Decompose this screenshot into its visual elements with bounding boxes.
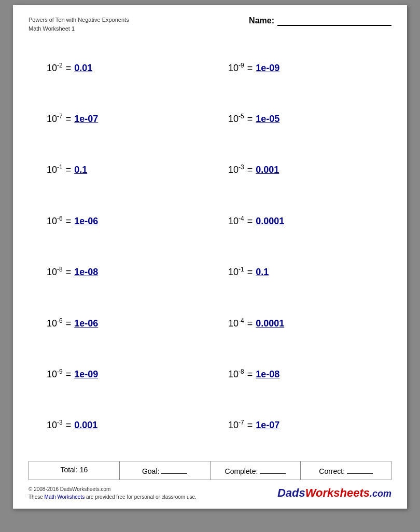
exponent: -1 xyxy=(57,163,63,171)
header-right: Name: xyxy=(249,16,391,26)
equals: = xyxy=(247,216,253,227)
problem-3-0: 10-6 = 1e-06 xyxy=(47,215,192,227)
problems-area: 10-2 = 0.01 10-9 = 1e-09 10-7 = 1e-07 10… xyxy=(29,37,391,456)
base: 10-7 xyxy=(228,419,244,431)
problem-row: 10-1 = 0.1 10-3 = 0.001 xyxy=(29,160,391,179)
copyright-pre: These xyxy=(29,494,45,500)
problem-2-0: 10-1 = 0.1 xyxy=(47,163,192,175)
answer: 1e-09 xyxy=(256,63,287,74)
answer: 1e-06 xyxy=(74,216,105,227)
exponent: -5 xyxy=(239,113,244,120)
footer-bar: Total: 16 Goal: Complete: Correct: xyxy=(29,461,391,480)
problem-2-1: 10-3 = 0.001 xyxy=(228,163,373,175)
exponent: -7 xyxy=(57,113,63,120)
equals: = xyxy=(247,114,253,125)
answer: 0.001 xyxy=(256,165,287,175)
equals: = xyxy=(66,318,72,329)
base: 10-3 xyxy=(228,163,244,175)
answer: 0.001 xyxy=(74,420,105,431)
base: 10-1 xyxy=(47,163,63,175)
problem-4-0: 10-8 = 1e-08 xyxy=(47,266,192,278)
logo-worksheets: Worksheets xyxy=(305,486,370,499)
complete-label: Complete: xyxy=(225,467,258,475)
problem-5-0: 10-6 = 1e-06 xyxy=(47,317,192,329)
problem-0-1: 10-9 = 1e-09 xyxy=(228,62,373,74)
copyright-area: © 2008-2016 DadsWorksheets.com These Mat… xyxy=(29,485,391,501)
base: 10-8 xyxy=(47,266,63,278)
exponent: -6 xyxy=(57,215,63,222)
goal-label: Goal: xyxy=(142,467,159,475)
base: 10-9 xyxy=(228,62,244,74)
equals: = xyxy=(66,165,72,175)
name-line[interactable] xyxy=(277,16,391,26)
exponent: -1 xyxy=(239,266,244,273)
base: 10-8 xyxy=(228,368,244,380)
correct-line[interactable] xyxy=(347,466,373,474)
answer: 0.0001 xyxy=(256,318,287,329)
base: 10-7 xyxy=(47,113,63,125)
problem-4-1: 10-1 = 0.1 xyxy=(228,266,373,278)
answer: 1e-09 xyxy=(74,369,105,380)
problem-row: 10-2 = 0.01 10-9 = 1e-09 xyxy=(29,59,391,77)
correct-label: Correct: xyxy=(319,467,345,475)
logo: DadsWorksheets.com xyxy=(277,486,391,500)
header: Powers of Ten with Negative Exponents Ma… xyxy=(29,16,391,33)
logo-dads: Dads xyxy=(277,486,305,499)
exponent: -2 xyxy=(57,62,63,69)
exponent: -8 xyxy=(57,266,63,273)
exponent: -6 xyxy=(57,317,63,324)
copyright-text: © 2008-2016 DadsWorksheets.com These Mat… xyxy=(29,485,197,501)
problem-row: 10-6 = 1e-06 10-4 = 0.0001 xyxy=(29,314,391,332)
problem-7-0: 10-3 = 0.001 xyxy=(47,419,192,431)
logo-com: .com xyxy=(370,488,391,499)
answer: 1e-08 xyxy=(256,369,287,380)
base: 10-6 xyxy=(47,317,63,329)
complete-line[interactable] xyxy=(260,466,286,474)
answer: 1e-08 xyxy=(74,267,105,278)
base: 10-6 xyxy=(47,215,63,227)
equals: = xyxy=(247,420,253,431)
goal-cell: Goal: xyxy=(120,461,211,480)
problem-row: 10-6 = 1e-06 10-4 = 0.0001 xyxy=(29,212,391,230)
header-left: Powers of Ten with Negative Exponents Ma… xyxy=(29,16,129,33)
exponent: -8 xyxy=(239,368,244,375)
equals: = xyxy=(66,267,72,278)
equals: = xyxy=(66,63,72,74)
copyright-post: are provided free for personal or classr… xyxy=(85,494,197,500)
base: 10-3 xyxy=(47,419,63,431)
complete-cell: Complete: xyxy=(211,461,301,480)
problem-row: 10-8 = 1e-08 10-1 = 0.1 xyxy=(29,263,391,281)
base: 10-4 xyxy=(228,317,244,329)
equals: = xyxy=(247,63,253,74)
answer: 1e-05 xyxy=(256,114,287,125)
exponent: -9 xyxy=(239,62,244,69)
answer: 0.01 xyxy=(74,63,105,74)
base: 10-5 xyxy=(228,113,244,125)
equals: = xyxy=(66,420,72,431)
exponent: -3 xyxy=(239,163,244,171)
problem-1-1: 10-5 = 1e-05 xyxy=(228,113,373,125)
name-label: Name: xyxy=(249,16,274,25)
base: 10-9 xyxy=(47,368,63,380)
equals: = xyxy=(66,369,72,380)
math-worksheets-link[interactable]: Math Worksheets xyxy=(45,494,85,500)
exponent: -7 xyxy=(239,419,244,426)
equals: = xyxy=(247,267,253,278)
equals: = xyxy=(247,165,253,175)
copyright-line2: These Math Worksheets are provided free … xyxy=(29,493,197,501)
answer: 0.0001 xyxy=(256,216,287,227)
subtitle: Powers of Ten with Negative Exponents xyxy=(29,16,129,24)
problem-0-0: 10-2 = 0.01 xyxy=(47,62,192,74)
answer: 1e-07 xyxy=(74,114,105,125)
problem-3-1: 10-4 = 0.0001 xyxy=(228,215,373,227)
equals: = xyxy=(247,369,253,380)
equals: = xyxy=(66,114,72,125)
equals: = xyxy=(247,318,253,329)
copyright-line1: © 2008-2016 DadsWorksheets.com xyxy=(29,485,197,493)
answer: 0.1 xyxy=(256,267,287,278)
problem-row: 10-9 = 1e-09 10-8 = 1e-08 xyxy=(29,365,391,383)
problem-7-1: 10-7 = 1e-07 xyxy=(228,419,373,431)
base: 10-2 xyxy=(47,62,63,74)
goal-line[interactable] xyxy=(161,466,187,474)
page-title: Math Worksheet 1 xyxy=(29,24,129,33)
